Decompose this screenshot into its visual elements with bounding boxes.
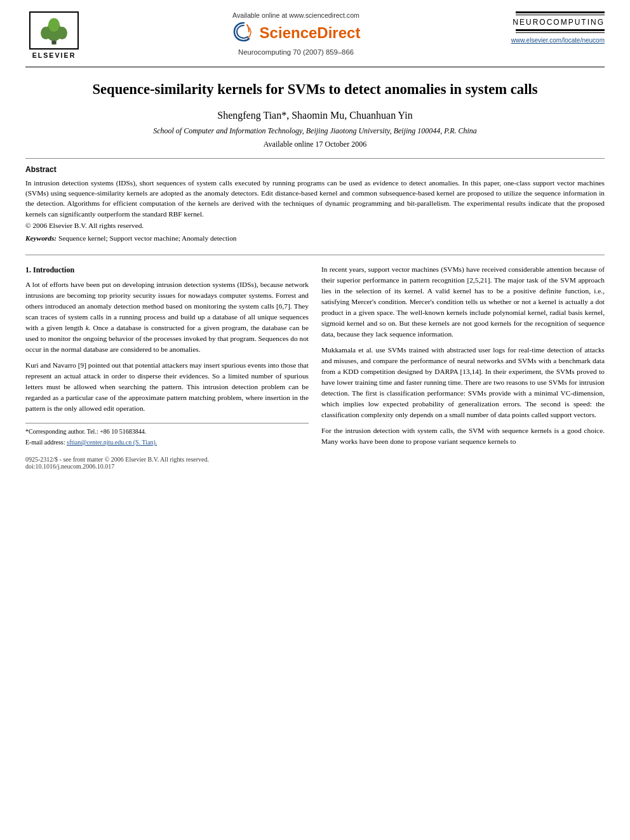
available-date: Available online 17 October 2006 <box>51 140 579 149</box>
footnote-email-link[interactable]: sftian@center.njtu.edu.cn (S. Tian). <box>67 439 157 446</box>
left-column: 1. Introduction A lot of efforts have be… <box>25 264 309 452</box>
section1-para1: A lot of efforts have been put on develo… <box>25 279 309 355</box>
abstract-section: Abstract In intrusion detection systems … <box>0 159 630 249</box>
authors: Shengfeng Tian*, Shaomin Mu, Chuanhuan Y… <box>51 110 579 121</box>
abstract-text: In intrusion detection systems (IDSs), s… <box>25 178 605 220</box>
sd-logo-science: Science <box>260 24 318 41</box>
doi-text: doi:10.1016/j.neucom.2006.10.017 <box>25 463 605 470</box>
footnote-email-label: E-mail address: <box>25 439 65 446</box>
keywords-label: Keywords: <box>25 234 57 242</box>
right-para1: In recent years, support vector machines… <box>321 264 605 340</box>
sd-logo-icon <box>232 22 256 44</box>
right-column: In recent years, support vector machines… <box>321 264 605 452</box>
footnote-corresponding: *Corresponding author. Tel.: +86 10 5168… <box>25 427 309 436</box>
bottom-bar: 0925-2312/$ - see front matter © 2006 El… <box>0 452 630 470</box>
sd-icon-svg <box>232 22 256 42</box>
section1-heading: 1. Introduction <box>25 264 309 276</box>
italic-k: k <box>86 324 89 331</box>
right-para3: For the intrusion detection with system … <box>321 425 605 447</box>
keywords-line: Keywords: Sequence kernel; Support vecto… <box>25 234 605 242</box>
elsevier-label: ELSEVIER <box>32 51 76 59</box>
sd-logo-text: ScienceDirect <box>260 24 361 42</box>
nc-lines-bottom <box>516 29 605 33</box>
neurocomputing-right: Neurocomputing www.elsevier.com/locate/n… <box>509 11 605 44</box>
copyright: © 2006 Elsevier B.V. All rights reserved… <box>25 222 605 229</box>
elsevier-logo: ELSEVIER <box>25 11 83 59</box>
abstract-heading: Abstract <box>25 165 605 174</box>
journal-issue: Neurocomputing 70 (2007) 859–866 <box>238 48 354 56</box>
footnote-email: E-mail address: sftian@center.njtu.edu.c… <box>25 438 309 447</box>
footnote-area: *Corresponding author. Tel.: +86 10 5168… <box>25 423 309 447</box>
section1-para2: Kuri and Navarro [9] pointed out that po… <box>25 360 309 414</box>
keywords-text: Sequence kernel; Support vector machine;… <box>58 234 237 242</box>
title-section: Sequence-similarity kernels for SVMs to … <box>0 67 630 149</box>
available-online-text: Available online at www.sciencedirect.co… <box>232 11 359 19</box>
elsevier-tree-svg <box>35 15 73 46</box>
right-para2: Mukkamala et al. use SVMs trained with a… <box>321 345 605 420</box>
two-col-body: 1. Introduction A lot of efforts have be… <box>0 255 630 452</box>
nc-title: Neurocomputing <box>513 18 605 27</box>
header: ELSEVIER Available online at www.science… <box>0 0 630 59</box>
page: ELSEVIER Available online at www.science… <box>0 0 630 840</box>
sd-logo-direct: Direct <box>317 24 360 41</box>
nc-line-thick-2 <box>516 29 605 31</box>
nc-lines <box>516 11 605 15</box>
elsevier-logo-box <box>29 11 79 50</box>
paper-title: Sequence-similarity kernels for SVMs to … <box>51 80 579 100</box>
nc-line-thick <box>516 11 605 13</box>
issn-text: 0925-2312/$ - see front matter © 2006 El… <box>25 456 605 463</box>
svg-point-5 <box>51 41 56 44</box>
nc-url[interactable]: www.elsevier.com/locate/neucom <box>511 37 605 44</box>
nc-line-thin <box>516 15 605 15</box>
sd-logo: ScienceDirect <box>232 22 361 44</box>
sciencedirect-center: Available online at www.sciencedirect.co… <box>83 11 509 56</box>
affiliation: School of Computer and Information Techn… <box>51 126 579 136</box>
svg-point-4 <box>48 18 60 32</box>
nc-line-thin-2 <box>516 32 605 33</box>
